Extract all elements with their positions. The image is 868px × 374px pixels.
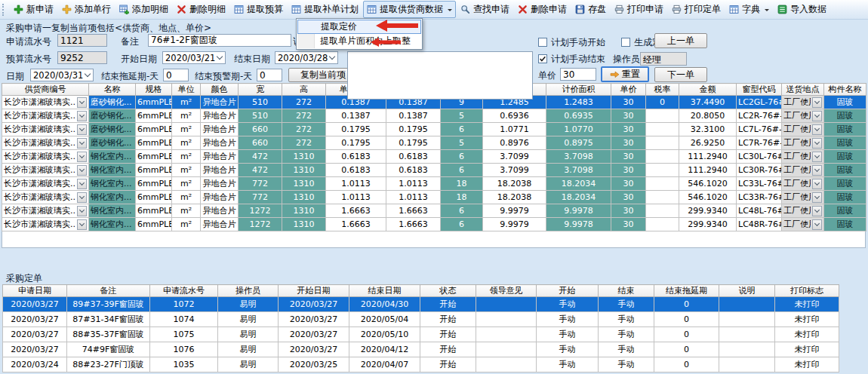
grid-cell[interactable]: 3.7098 bbox=[546, 164, 611, 177]
new-request-button[interactable]: 新申请 bbox=[10, 1, 57, 18]
grid-cell[interactable]: 18 bbox=[441, 177, 483, 191]
grid-cell[interactable]: 6 bbox=[441, 164, 483, 177]
column-header[interactable]: 申请流水号 bbox=[150, 285, 218, 297]
grid-cell[interactable]: 长沙市潇湘玻璃实... bbox=[2, 123, 89, 136]
table-row[interactable]: 2020/03/2787#31-34F窗固玻1074易明2020/03/2720… bbox=[3, 312, 839, 327]
grid-cell[interactable]: 1.0770 bbox=[546, 123, 611, 136]
order-cell[interactable]: 2020/04/07 bbox=[349, 357, 420, 372]
grid-cell[interactable]: m² bbox=[172, 218, 201, 231]
grid-cell[interactable]: 长沙市潇湘玻璃实... bbox=[2, 177, 89, 191]
extract-supplement-plan-button[interactable]: 提取补单计划 bbox=[288, 1, 362, 18]
next-order-button[interactable]: 下一单 bbox=[654, 67, 707, 82]
grid-cell[interactable]: 钢化室内... bbox=[89, 218, 136, 231]
grid-cell[interactable]: 9.9979 bbox=[483, 218, 546, 231]
grid-cell[interactable]: 钢化室内... bbox=[89, 150, 136, 164]
grid-cell[interactable]: 磨砂钢化... bbox=[89, 109, 136, 123]
order-cell[interactable]: 开始 bbox=[420, 297, 476, 312]
grid-cell[interactable]: 0.6935 bbox=[546, 109, 611, 123]
grid-cell[interactable] bbox=[646, 204, 679, 218]
order-cell[interactable]: 0 bbox=[654, 327, 719, 342]
grid-cell[interactable]: 660 bbox=[239, 136, 282, 150]
table-row[interactable]: 长沙市潇湘玻璃实...钢化室内...6mmPLE...m²异地合片1272131… bbox=[2, 204, 866, 218]
grid-cell[interactable]: 磨砂钢化... bbox=[89, 96, 136, 109]
grid-cell[interactable]: 18.2034 bbox=[546, 177, 611, 191]
column-header[interactable]: 备注 bbox=[67, 285, 150, 297]
order-cell[interactable]: 1035 bbox=[150, 357, 218, 372]
order-cell[interactable]: 87#31-34F窗固玻 bbox=[67, 312, 150, 327]
grid-cell[interactable]: 1.0113 bbox=[386, 191, 441, 204]
order-cell[interactable] bbox=[719, 357, 775, 372]
grid-cell[interactable]: 772 bbox=[239, 177, 282, 191]
grid-cell[interactable]: 钢化室内... bbox=[89, 191, 136, 204]
column-header[interactable]: 结束拖延期 bbox=[654, 285, 719, 297]
grid-cell[interactable] bbox=[646, 136, 679, 150]
grid-cell[interactable]: 772 bbox=[239, 191, 282, 204]
delivery-combo-button[interactable] bbox=[812, 206, 822, 216]
supplier-combo-button[interactable] bbox=[77, 165, 87, 176]
order-cell[interactable]: 未打印 bbox=[775, 357, 839, 372]
grid-cell[interactable]: 6mmPLE... bbox=[136, 150, 172, 164]
grid-cell[interactable]: LC2R-76#-1F bbox=[737, 109, 782, 123]
order-cell[interactable]: 2020/03/24 bbox=[3, 357, 67, 372]
order-cell[interactable]: 2020/04/12 bbox=[349, 342, 420, 357]
order-cell[interactable] bbox=[476, 297, 537, 312]
add-row-button[interactable]: 添加单行 bbox=[58, 1, 115, 18]
order-cell[interactable]: 手动 bbox=[599, 297, 654, 312]
order-cell[interactable]: 2020/03/27 bbox=[279, 312, 349, 327]
grid-cell[interactable]: m² bbox=[172, 150, 201, 164]
grid-cell[interactable]: LC30L-76#... bbox=[737, 150, 782, 164]
grid-cell[interactable]: 510 bbox=[239, 109, 282, 123]
grid-cell[interactable]: 660 bbox=[239, 123, 282, 136]
prev-order-button[interactable]: 上一单 bbox=[654, 33, 707, 48]
grid-cell[interactable]: 1310 bbox=[282, 218, 326, 231]
grid-cell[interactable]: 9.9979 bbox=[483, 204, 546, 218]
add-detail-button[interactable]: 添加明细 bbox=[115, 1, 172, 18]
grid-cell[interactable]: 5 bbox=[441, 109, 483, 123]
order-cell[interactable] bbox=[719, 312, 775, 327]
order-cell[interactable]: 89#37-39F窗固玻 bbox=[67, 297, 150, 312]
grid-cell[interactable]: 1.6663 bbox=[386, 204, 441, 218]
grid-cell[interactable]: 30 bbox=[611, 123, 646, 136]
delivery-combo-button[interactable] bbox=[812, 179, 822, 189]
column-header[interactable]: 领导意见 bbox=[476, 285, 537, 297]
grid-cell[interactable]: 0.1795 bbox=[386, 136, 441, 150]
order-cell[interactable]: 手动 bbox=[537, 297, 599, 312]
order-cell[interactable]: 1072 bbox=[150, 297, 218, 312]
order-cell[interactable]: 0 bbox=[654, 357, 719, 372]
order-cell[interactable]: 2020/03/27 bbox=[279, 342, 349, 357]
grid-cell[interactable]: 1310 bbox=[282, 177, 326, 191]
price-field[interactable] bbox=[560, 68, 596, 81]
grid-cell[interactable]: 20.8050 bbox=[679, 109, 737, 123]
supplier-combo-button[interactable] bbox=[77, 138, 87, 149]
grid-cell[interactable]: 6 bbox=[441, 204, 483, 218]
print-order-button[interactable]: 打印定单 bbox=[668, 1, 725, 18]
grid-cell[interactable]: 固玻 bbox=[824, 150, 866, 164]
extract-supplier-data-button[interactable]: 提取供货商数据 bbox=[363, 1, 456, 18]
column-header[interactable]: 税率 bbox=[646, 84, 679, 96]
order-cell[interactable]: 2020/03/27 bbox=[279, 327, 349, 342]
grid-cell[interactable]: 18.2038 bbox=[483, 191, 546, 204]
grid-cell[interactable]: 1310 bbox=[282, 150, 326, 164]
order-cell[interactable]: 开始 bbox=[420, 312, 476, 327]
order-cell[interactable]: 2020/03/25 bbox=[279, 357, 349, 372]
grid-cell[interactable]: 1.0113 bbox=[386, 177, 441, 191]
grid-cell[interactable]: 272 bbox=[282, 136, 326, 150]
order-cell[interactable]: 开始 bbox=[420, 327, 476, 342]
order-cell[interactable]: 2020/03/27 bbox=[279, 297, 349, 312]
grid-cell[interactable]: 6mmPLE... bbox=[136, 177, 172, 191]
grid-cell[interactable]: 3.7098 bbox=[546, 150, 611, 164]
column-header[interactable]: 送货地点 bbox=[782, 84, 824, 96]
grid-cell[interactable]: 472 bbox=[239, 150, 282, 164]
order-cell[interactable]: 88#23-27F门顶玻 bbox=[67, 357, 150, 372]
grid-cell[interactable]: 6mmPLE... bbox=[136, 164, 172, 177]
grid-cell[interactable]: 长沙市潇湘玻璃实... bbox=[2, 164, 89, 177]
column-header[interactable]: 高 bbox=[282, 84, 326, 96]
grid-cell[interactable]: LC7L-76#-1FO bbox=[737, 123, 782, 136]
delivery-combo-button[interactable] bbox=[812, 124, 822, 135]
grid-cell[interactable]: 磨砂钢化... bbox=[89, 123, 136, 136]
grid-cell[interactable] bbox=[646, 177, 679, 191]
grid-cell[interactable]: 6mmPLE... bbox=[136, 136, 172, 150]
order-cell[interactable]: 1074 bbox=[150, 312, 218, 327]
grid-cell[interactable]: 工厂使用 bbox=[782, 136, 824, 150]
grid-cell[interactable] bbox=[646, 109, 679, 123]
